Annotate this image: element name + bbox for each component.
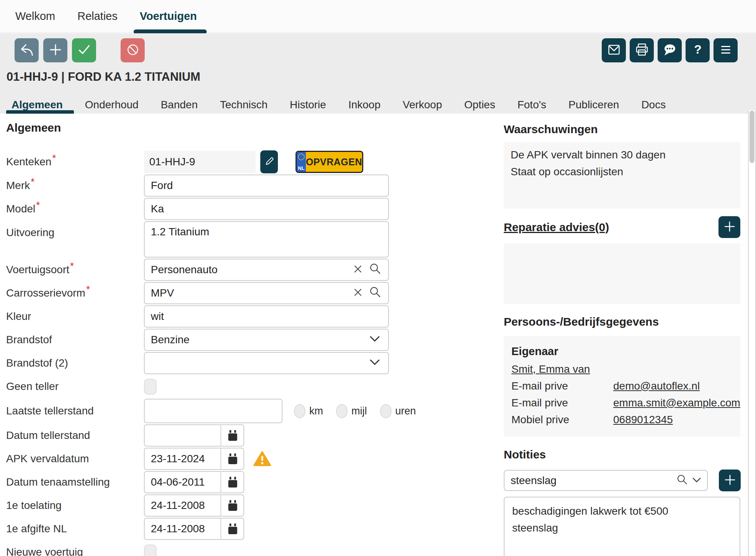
note-item[interactable]: steenslag [512, 520, 732, 536]
model-label: Model* [6, 203, 144, 215]
field-row-brandstof: Brandstof [6, 329, 393, 351]
field-row-nieuwe-voertuig: Nieuwe voertuig [6, 541, 393, 556]
laatste-tellerstand-input[interactable] [144, 399, 282, 423]
chevron-down-icon [368, 358, 381, 368]
save-button[interactable] [72, 38, 96, 62]
mijl-radio[interactable] [336, 404, 348, 418]
add-note-button[interactable] [719, 470, 741, 491]
repair-advice-box [504, 243, 740, 304]
envelope-icon [605, 41, 623, 60]
uitvoering-textarea[interactable]: 1.2 Titanium [144, 221, 389, 258]
datum-tenaamstelling-label: Datum tenaamstelling [6, 476, 144, 488]
nav-tab-voertuigen[interactable]: Voertuigen [140, 0, 197, 33]
calendar-icon[interactable] [220, 448, 244, 470]
required-marker: * [36, 199, 40, 211]
calendar-icon[interactable] [220, 424, 244, 447]
plate-country-code: NL [298, 166, 304, 171]
tab-publiceren[interactable]: Publiceren [557, 95, 630, 114]
phone-link[interactable]: 0689012345 [613, 414, 673, 426]
note-item[interactable]: beschadigingen lakwerk tot €500 [512, 503, 732, 520]
contact-row: E-mail prive emma.smit@example.com [511, 397, 733, 409]
nav-tab-welkom[interactable]: Welkom [15, 0, 55, 33]
geen-teller-checkbox[interactable] [144, 379, 157, 395]
tab-technisch[interactable]: Technisch [209, 95, 279, 114]
apk-warning-icon [253, 451, 271, 467]
field-row-uitvoering: Uitvoering 1.2 Titanium [6, 221, 393, 258]
calendar-icon[interactable] [220, 494, 244, 517]
merk-input[interactable] [144, 174, 389, 197]
cancel-button[interactable] [121, 38, 145, 62]
tab-banden[interactable]: Banden [150, 95, 209, 114]
tab-opties[interactable]: Opties [453, 95, 506, 114]
field-row-1e-toelating: 1e toelating [6, 494, 393, 517]
warning-item: Staat op occasionlijsten [511, 163, 733, 180]
opvragen-plate-button[interactable]: NL OPVRAGEN [296, 151, 363, 173]
search-icon[interactable] [368, 285, 382, 301]
field-row-datum-tellerstand: Datum tellerstand [6, 424, 393, 447]
km-radio[interactable] [294, 404, 305, 418]
sidebar: Waarschuwingen De APK vervalt binnen 30 … [504, 114, 740, 556]
notes-heading: Notities [504, 448, 740, 461]
1e-toelating-label: 1e toelating [6, 499, 144, 512]
search-icon[interactable] [368, 262, 382, 277]
clear-icon[interactable] [352, 287, 364, 300]
tab-inkoop[interactable]: Inkoop [337, 95, 392, 114]
toolbar-left [15, 38, 145, 62]
kenteken-input[interactable] [144, 151, 256, 173]
uren-radio[interactable] [380, 404, 392, 418]
nav-tab-relaties[interactable]: Relaties [77, 0, 118, 33]
calendar-icon[interactable] [220, 471, 244, 493]
field-row-kleur: Kleur [6, 305, 393, 328]
email-button[interactable] [602, 38, 626, 62]
brandstof-select[interactable] [144, 329, 389, 351]
chat-button[interactable] [658, 38, 682, 62]
owner-name-link[interactable]: Smit, Emma van [511, 363, 590, 375]
calendar-icon[interactable] [220, 518, 244, 540]
tab-fotos[interactable]: Foto's [506, 95, 557, 114]
help-button[interactable]: ? [686, 38, 710, 62]
edit-kenteken-button[interactable] [260, 150, 278, 173]
search-icon[interactable] [676, 473, 689, 488]
contact-label: E-mail prive [511, 397, 613, 409]
tab-docs[interactable]: Docs [630, 95, 677, 114]
tab-onderhoud[interactable]: Onderhoud [74, 95, 150, 114]
model-input[interactable] [144, 198, 389, 220]
warnings-box: De APK vervalt binnen 30 dagen Staat op … [504, 142, 740, 209]
scrollbar-thumb[interactable] [749, 111, 754, 163]
chevron-down-icon[interactable] [692, 476, 702, 485]
unit-km: km [294, 404, 323, 418]
nieuwe-voertuig-checkbox[interactable] [144, 545, 157, 556]
contact-label: E-mail prive [511, 380, 613, 392]
tab-algemeen[interactable]: Algemeen [6, 95, 74, 114]
unit-uren: uren [380, 404, 416, 418]
email-link[interactable]: emma.smit@example.com [613, 397, 740, 409]
vehicle-detail-page: Welkom Relaties Voertuigen [0, 0, 756, 556]
back-button[interactable] [15, 38, 39, 62]
repair-advice-link[interactable]: Reparatie advies(0) [504, 221, 609, 234]
toolbar-area: ? 01-HHJ-9 | FORD KA 1.2 TITANIUM Algeme… [0, 33, 756, 114]
km-label: km [309, 405, 323, 417]
field-row-voertuigsoort: Voertuigsoort* [6, 259, 393, 281]
brandstof2-select[interactable] [144, 352, 389, 374]
email-link[interactable]: demo@autoflex.nl [613, 380, 700, 392]
clear-icon[interactable] [352, 263, 364, 276]
vertical-scrollbar[interactable] [748, 110, 756, 556]
field-row-model: Model* [6, 198, 393, 220]
print-button[interactable] [630, 38, 654, 62]
unit-mijl: mijl [336, 404, 367, 418]
notes-list-box[interactable]: beschadigingen lakwerk tot €500 steensla… [504, 497, 740, 556]
chevron-down-icon [368, 335, 381, 345]
toolbar-right: ? [602, 38, 738, 62]
tab-verkoop[interactable]: Verkoop [392, 95, 453, 114]
menu-button[interactable] [714, 38, 738, 62]
add-repair-advice-button[interactable] [718, 216, 740, 238]
kleur-input[interactable] [144, 305, 389, 328]
tellerstand-unit-group: km mijl uren [294, 404, 429, 418]
add-record-button[interactable] [43, 38, 67, 62]
tab-historie[interactable]: Historie [279, 95, 337, 114]
top-nav: Welkom Relaties Voertuigen [0, 0, 756, 33]
prohibition-icon [124, 41, 142, 60]
field-row-kenteken: Kenteken* NL OPV [6, 150, 393, 173]
required-marker: * [52, 152, 56, 164]
chat-bubble-icon [661, 41, 679, 60]
